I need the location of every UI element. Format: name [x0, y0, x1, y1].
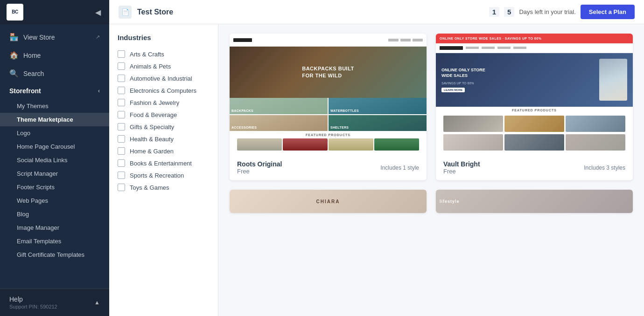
- filter-label: Books & Entertainment: [130, 160, 192, 167]
- theme-name: Vault Bright: [443, 160, 480, 168]
- sidebar-item-my-themes[interactable]: My Themes: [0, 99, 109, 113]
- topbar-right: 1 5 Days left in your trial. Select a Pl…: [489, 5, 635, 19]
- filter-checkbox[interactable]: [118, 99, 125, 106]
- store-icon: 🏪: [9, 33, 19, 41]
- filter-animals-pets[interactable]: Animals & Pets: [118, 60, 210, 72]
- theme-card-chiara[interactable]: chiara: [230, 190, 427, 213]
- vault-featured-section: FEATURED PRODUCTS: [436, 107, 633, 155]
- collapse-sidebar-button[interactable]: ◀: [93, 6, 103, 19]
- filter-electronics[interactable]: Electronics & Computers: [118, 84, 210, 96]
- sidebar-item-home[interactable]: 🏠 Home: [0, 46, 109, 64]
- sidebar-item-blog[interactable]: Blog: [0, 207, 109, 221]
- filter-label: Home & Garden: [130, 148, 174, 155]
- sidebar-item-view-store[interactable]: 🏪 View Store ↗: [0, 28, 109, 46]
- filter-checkbox[interactable]: [118, 87, 125, 94]
- filter-food-beverage[interactable]: Food & Beverage: [118, 109, 210, 121]
- filter-home-garden[interactable]: Home & Garden: [118, 145, 210, 157]
- sidebar-item-search[interactable]: 🔍 Search: [0, 64, 109, 82]
- roots-cell-accessories: ACCESSORIES: [230, 115, 328, 131]
- filter-label: Automotive & Industrial: [130, 75, 192, 82]
- filter-gifts[interactable]: Gifts & Specialty: [118, 121, 210, 133]
- vault-hero-subtitle: SAVINGS UP TO 60%: [441, 81, 595, 85]
- filter-checkbox[interactable]: [118, 62, 125, 70]
- theme-card-vault-bright[interactable]: ONLINE ONLY STORE WIDE SALES · SAVINGS U…: [436, 34, 633, 180]
- sidebar-item-social-media-links[interactable]: Social Media Links: [0, 153, 109, 167]
- roots-nav-link: [400, 39, 411, 41]
- main-content: 📄 Test Store 1 5 Days left in your trial…: [109, 0, 644, 316]
- section-label: Storefront: [9, 87, 41, 95]
- filter-arts-crafts[interactable]: Arts & Crafts: [118, 48, 210, 60]
- filter-checkbox[interactable]: [118, 159, 125, 167]
- filter-checkbox[interactable]: [118, 135, 125, 143]
- vault-hero-banner: ONLINE ONLY STOREWIDE SALES SAVINGS UP T…: [436, 53, 633, 107]
- sidebar-item-label: View Store: [23, 34, 55, 41]
- roots-product: [329, 138, 373, 151]
- sidebar-item-script-manager[interactable]: Script Manager: [0, 167, 109, 180]
- vault-products-row-2: [440, 134, 629, 153]
- theme-card-footer: Vault Bright Free Includes 3 styles: [436, 155, 633, 180]
- theme-card-footer: Roots Original Free Includes 1 style: [230, 155, 427, 180]
- sidebar-item-theme-marketplace[interactable]: Theme Marketplace: [0, 113, 109, 126]
- vault-nav-item: [466, 47, 479, 49]
- filter-toys[interactable]: Toys & Games: [118, 181, 210, 193]
- support-pin: Support PIN: 590212: [9, 304, 57, 309]
- storefront-section-header[interactable]: Storefront ‹: [0, 82, 109, 99]
- vault-product: [443, 116, 503, 132]
- roots-cell-label: SHELTERS: [330, 126, 349, 129]
- sidebar-item-logo[interactable]: Logo: [0, 126, 109, 140]
- filter-checkbox[interactable]: [118, 111, 125, 118]
- sidebar-item-web-pages[interactable]: Web Pages: [0, 194, 109, 207]
- filter-label: Health & Beauty: [130, 136, 174, 143]
- home-icon: 🏠: [9, 51, 19, 60]
- roots-products-row: [233, 137, 423, 152]
- filter-fashion[interactable]: Fashion & Jewelry: [118, 96, 210, 109]
- filter-label: Animals & Pets: [130, 63, 171, 70]
- sidebar-item-image-manager[interactable]: Image Manager: [0, 221, 109, 234]
- filter-health-beauty[interactable]: Health & Beauty: [118, 133, 210, 145]
- filter-label: Arts & Crafts: [130, 51, 164, 58]
- filter-books[interactable]: Books & Entertainment: [118, 157, 210, 169]
- roots-nav: [230, 34, 427, 47]
- filter-checkbox[interactable]: [118, 147, 125, 155]
- theme-card-roots-original[interactable]: BACKPACKS BUILTFOR THE WILD BACKPACKS WA…: [230, 34, 427, 180]
- sidebar-item-label: Home: [23, 52, 41, 59]
- filter-checkbox[interactable]: [118, 184, 125, 191]
- sidebar-item-gift-certificate-templates[interactable]: Gift Certificate Templates: [0, 248, 109, 261]
- filter-label: Food & Beverage: [130, 111, 177, 118]
- select-plan-button[interactable]: Select a Plan: [581, 5, 635, 19]
- filter-checkbox[interactable]: [118, 123, 125, 131]
- filter-label: Fashion & Jewelry: [130, 99, 179, 106]
- search-icon: 🔍: [9, 69, 19, 78]
- theme-card-image: BACKPACKS BUILTFOR THE WILD BACKPACKS WA…: [230, 34, 427, 155]
- filter-checkbox[interactable]: [118, 75, 125, 82]
- sidebar-item-footer-scripts[interactable]: Footer Scripts: [0, 180, 109, 194]
- sidebar-nav: 🏪 View Store ↗ 🏠 Home 🔍 Search Storefron…: [0, 24, 109, 289]
- roots-product-grid: BACKPACKS WATERBOTTLES ACCESSORIES SHELT…: [230, 98, 427, 131]
- filter-automotive[interactable]: Automotive & Industrial: [118, 72, 210, 84]
- filter-checkbox[interactable]: [118, 172, 125, 179]
- vault-product: [443, 134, 503, 151]
- help-label: Help: [9, 295, 57, 303]
- vault-promo-bar: ONLINE ONLY STORE WIDE SALES · SAVINGS U…: [436, 34, 633, 43]
- external-link-icon: ↗: [96, 34, 100, 40]
- sidebar-header: BC ◀: [0, 0, 109, 24]
- roots-cell-backpacks: BACKPACKS: [230, 98, 328, 114]
- chiara-logo: chiara: [316, 199, 340, 204]
- themes-grid: BACKPACKS BUILTFOR THE WILD BACKPACKS WA…: [230, 34, 633, 213]
- filter-label: Electronics & Computers: [130, 87, 196, 94]
- vault-hero-title: ONLINE ONLY STOREWIDE SALES: [441, 68, 595, 78]
- store-name: Test Store: [137, 8, 173, 16]
- vault-product: [504, 134, 564, 151]
- vault-hero-content: ONLINE ONLY STOREWIDE SALES SAVINGS UP T…: [441, 68, 595, 92]
- theme-info: Roots Original Free: [237, 160, 282, 175]
- sidebar-item-email-templates[interactable]: Email Templates: [0, 234, 109, 248]
- sidebar-item-home-page-carousel[interactable]: Home Page Carousel: [0, 140, 109, 153]
- filter-sports[interactable]: Sports & Recreation: [118, 169, 210, 181]
- filters-panel: Industries Arts & Crafts Animals & Pets …: [109, 24, 218, 316]
- theme-card-lifestyle[interactable]: lifestyle: [436, 190, 633, 213]
- vault-product: [504, 116, 564, 132]
- sidebar-footer-content[interactable]: Help Support PIN: 590212 ▲: [9, 295, 100, 309]
- vault-nav: [436, 43, 633, 53]
- storefront-sub-items: My Themes Theme Marketplace Logo Home Pa…: [0, 99, 109, 264]
- filter-checkbox[interactable]: [118, 50, 125, 58]
